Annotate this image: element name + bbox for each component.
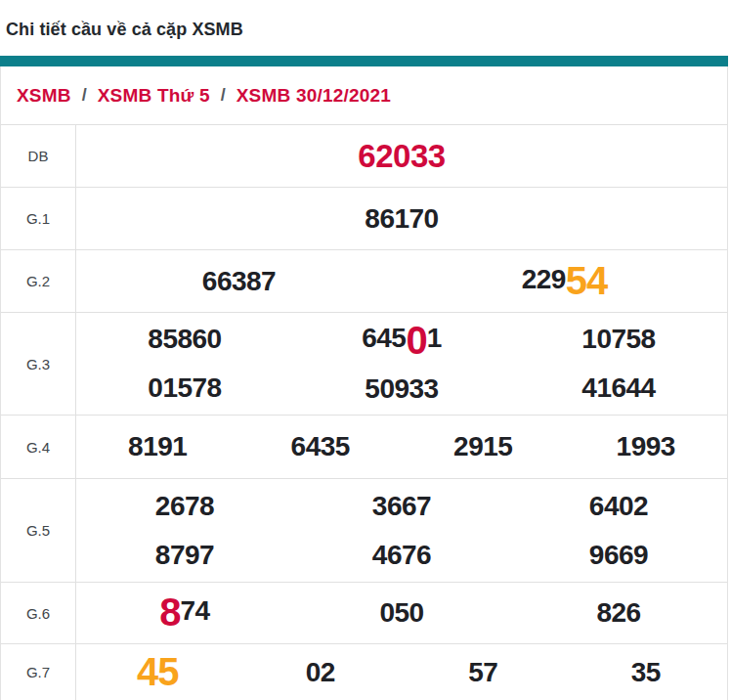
table-row-g3: G.3 85860 01578 64501 50933 10758 41644 xyxy=(1,313,727,416)
g6-value-1: 874 xyxy=(159,595,209,626)
g3-value-1: 85860 xyxy=(76,315,293,364)
g3-value-2: 64501 xyxy=(293,314,510,365)
table-row-g2: G.2 66387 22954 xyxy=(1,250,727,313)
highlighted-digit-red: 8 xyxy=(159,591,180,634)
db-value: 62033 xyxy=(358,138,445,174)
g3-value-3: 10758 xyxy=(510,315,727,364)
g3-value-4: 01578 xyxy=(76,364,293,413)
breadcrumb-separator: / xyxy=(221,85,226,106)
g5-value-2: 3667 xyxy=(293,482,510,531)
breadcrumb-link-xsmb[interactable]: XSMB xyxy=(17,85,71,107)
g7-value-3: 57 xyxy=(468,657,497,687)
table-row-g4: G.4 8191 6435 2915 1993 xyxy=(1,416,727,479)
prize-label-g7: G.7 xyxy=(1,644,76,700)
g6-value-2: 050 xyxy=(379,597,423,628)
prize-label-g1: G.1 xyxy=(1,188,76,249)
page-header: Chi tiết cầu về cả cặp XSMB xyxy=(0,0,731,56)
g1-value: 86170 xyxy=(365,203,438,234)
results-table: DB 62033 G.1 86170 G.2 xyxy=(1,124,727,700)
prize-label-g2: G.2 xyxy=(1,250,76,312)
g6-value-3: 826 xyxy=(596,597,640,628)
panel-accent-bar xyxy=(0,56,728,66)
results-panel: XSMB / XSMB Thứ 5 / XSMB 30/12/2021 DB 6… xyxy=(0,66,728,700)
g7-value-1-highlighted: 45 xyxy=(137,650,179,693)
table-row-g6: G.6 874 050 826 xyxy=(1,583,727,644)
breadcrumb-link-xsmb-date[interactable]: XSMB 30/12/2021 xyxy=(236,85,391,107)
g2-value-2: 22954 xyxy=(522,264,608,294)
breadcrumb-link-xsmb-thu5[interactable]: XSMB Thứ 5 xyxy=(98,85,210,107)
g7-value-2: 02 xyxy=(306,657,335,687)
g5-value-4: 8797 xyxy=(76,531,293,580)
g5-value-5: 4676 xyxy=(293,531,510,580)
g4-value-3: 2915 xyxy=(453,431,512,461)
breadcrumb-separator: / xyxy=(82,85,87,106)
g5-value-6: 9669 xyxy=(510,531,727,580)
prize-label-g5: G.5 xyxy=(1,479,76,582)
prize-label-g6: G.6 xyxy=(1,583,76,643)
g7-value-4: 35 xyxy=(631,657,661,687)
table-row-g5: G.5 2678 8797 3667 4676 6402 9669 xyxy=(1,479,727,583)
table-row-g7: G.7 45 02 57 35 xyxy=(1,644,727,700)
table-row-db: DB 62033 xyxy=(1,125,727,188)
g4-value-2: 6435 xyxy=(291,431,350,461)
g2-value-1: 66387 xyxy=(202,266,276,296)
highlighted-digit-red: 0 xyxy=(406,319,426,362)
highlighted-digits-orange: 54 xyxy=(566,259,608,302)
breadcrumb: XSMB / XSMB Thứ 5 / XSMB 30/12/2021 xyxy=(1,66,727,124)
table-row-g1: G.1 86170 xyxy=(1,188,727,250)
prize-label-g4: G.4 xyxy=(1,416,76,478)
g5-value-3: 6402 xyxy=(510,482,727,531)
page: Chi tiết cầu về cả cặp XSMB XSMB / XSMB … xyxy=(0,0,731,700)
page-title: Chi tiết cầu về cả cặp XSMB xyxy=(6,20,731,40)
prize-label-g3: G.3 xyxy=(1,313,76,415)
g4-value-1: 8191 xyxy=(128,431,187,461)
g3-value-6: 41644 xyxy=(510,364,727,413)
g4-value-4: 1993 xyxy=(617,431,675,461)
g5-value-1: 2678 xyxy=(76,482,293,531)
g3-value-5: 50933 xyxy=(293,365,510,414)
prize-label-db: DB xyxy=(1,125,76,187)
